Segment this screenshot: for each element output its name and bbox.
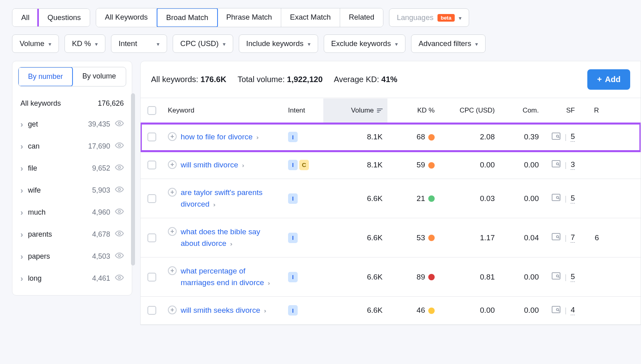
double-chevron-icon[interactable]: ›› [242, 162, 243, 169]
sort-by-volume[interactable]: By volume [73, 67, 126, 86]
col-cpc[interactable]: CPC (USD) [439, 99, 500, 123]
row-checkbox[interactable] [147, 306, 156, 315]
col-sf[interactable]: SF [544, 99, 580, 123]
double-chevron-icon[interactable]: ›› [213, 201, 214, 208]
sidebar-item-term: wife [28, 186, 41, 195]
intent-badge-i: I [288, 132, 298, 142]
sidebar-item[interactable]: papers 4,503 [18, 245, 126, 267]
eye-icon[interactable] [115, 119, 124, 130]
com-value: 0.04 [500, 233, 544, 242]
expand-icon[interactable]: + [168, 188, 177, 197]
serp-icon[interactable] [552, 233, 560, 242]
sidebar-item-count: 4,960 [92, 208, 110, 217]
filter-kd[interactable]: KD % [65, 34, 105, 53]
serp-icon[interactable] [552, 133, 560, 142]
chevron-down-icon [48, 39, 51, 48]
keyword-link[interactable]: will smith divorce [181, 161, 238, 169]
keyword-link[interactable]: are taylor swift's parents divorced [181, 188, 262, 208]
languages-dropdown[interactable]: Languages beta [389, 8, 469, 27]
tab-phrase-match[interactable]: Phrase Match [218, 8, 281, 27]
scrollbar[interactable] [131, 93, 135, 265]
table-row: + what does the bible say about divorce … [141, 218, 641, 257]
row-checkbox[interactable] [147, 233, 156, 242]
sidebar-item-count: 5,903 [92, 186, 110, 195]
col-kd[interactable]: KD % [387, 99, 439, 123]
eye-icon[interactable] [115, 251, 124, 262]
chevron-right-icon [20, 164, 23, 173]
sort-by-number[interactable]: By number [18, 67, 73, 86]
select-all-checkbox[interactable] [147, 106, 156, 115]
eye-icon[interactable] [115, 141, 124, 152]
col-keyword[interactable]: Keyword [163, 99, 283, 123]
tab-all-keywords[interactable]: All Keywords [96, 8, 157, 27]
sidebar-all-keywords[interactable]: All keywords 176,626 [18, 94, 126, 113]
col-com[interactable]: Com. [500, 99, 544, 123]
serp-icon[interactable] [552, 194, 560, 203]
sidebar-item[interactable]: file 9,652 [18, 157, 126, 179]
sidebar-item[interactable]: long 4,461 [18, 267, 126, 290]
row-checkbox[interactable] [147, 194, 156, 203]
keyword-link[interactable]: what percentage of marriages end in divo… [181, 267, 264, 287]
sidebar-item-term: long [28, 274, 42, 283]
eye-icon[interactable] [115, 163, 124, 174]
sidebar-item[interactable]: much 4,960 [18, 201, 126, 223]
col-volume[interactable]: Volume [323, 99, 387, 123]
filter-advanced[interactable]: Advanced filters [411, 34, 486, 53]
eye-icon[interactable] [115, 185, 124, 196]
sidebar-item[interactable]: get 39,435 [18, 113, 126, 135]
tab-all[interactable]: All [12, 9, 39, 26]
tab-questions[interactable]: Questions [37, 8, 90, 27]
filter-include[interactable]: Include keywords [239, 34, 318, 53]
serp-icon[interactable] [552, 272, 560, 282]
sidebar-item-count: 4,678 [92, 230, 110, 239]
volume-value: 8.1K [323, 133, 387, 141]
sidebar-item[interactable]: can 17,690 [18, 135, 126, 157]
keyword-link[interactable]: how to file for divorce [181, 133, 253, 141]
volume-value: 6.6K [323, 233, 387, 242]
table-row: + are taylor swift's parents divorced ››… [141, 179, 641, 218]
serp-icon[interactable] [552, 160, 560, 169]
svg-point-0 [118, 122, 121, 125]
expand-icon[interactable]: + [168, 266, 177, 275]
sidebar-item-count: 39,435 [88, 120, 110, 129]
svg-point-3 [118, 188, 121, 191]
expand-icon[interactable]: + [168, 132, 177, 141]
eye-icon[interactable] [115, 273, 124, 284]
serp-icon[interactable] [552, 306, 560, 315]
expand-icon[interactable]: + [168, 306, 177, 314]
col-r[interactable]: R [580, 99, 604, 123]
expand-icon[interactable]: + [168, 227, 177, 236]
eye-icon[interactable] [115, 207, 124, 218]
double-chevron-icon[interactable]: ›› [230, 240, 231, 247]
sort-desc-icon [377, 109, 383, 113]
kd-difficulty-dot [428, 274, 435, 280]
filter-exclude[interactable]: Exclude keywords [324, 34, 405, 53]
kd-value: 46 [387, 306, 439, 315]
add-button[interactable]: +Add [587, 69, 630, 90]
tab-related[interactable]: Related [340, 8, 383, 27]
keyword-link[interactable]: what does the bible say about divorce [181, 227, 260, 247]
tab-broad-match[interactable]: Broad Match [157, 8, 218, 27]
sf-value: 5 [570, 272, 575, 282]
kd-difficulty-dot [428, 134, 435, 141]
com-value: 0.39 [500, 133, 544, 141]
filter-volume[interactable]: Volume [12, 34, 59, 53]
row-checkbox[interactable] [147, 273, 156, 282]
sidebar-item[interactable]: wife 5,903 [18, 179, 126, 201]
tab-exact-match[interactable]: Exact Match [281, 8, 340, 27]
svg-line-16 [558, 198, 560, 199]
keyword-link[interactable]: will smith seeks divorce [181, 306, 260, 314]
double-chevron-icon[interactable]: ›› [256, 134, 257, 141]
kd-value: 89 [387, 273, 439, 282]
col-intent[interactable]: Intent [283, 99, 323, 123]
filter-intent[interactable]: Intent [111, 34, 167, 53]
filter-cpc[interactable]: CPC (USD) [173, 34, 233, 53]
row-checkbox[interactable] [147, 133, 156, 141]
chevron-right-icon [20, 120, 23, 129]
row-checkbox[interactable] [147, 161, 156, 169]
sidebar-item[interactable]: parents 4,678 [18, 223, 126, 245]
double-chevron-icon[interactable]: ›› [264, 307, 265, 314]
expand-icon[interactable]: + [168, 160, 177, 169]
double-chevron-icon[interactable]: ›› [268, 280, 268, 286]
eye-icon[interactable] [115, 229, 124, 240]
